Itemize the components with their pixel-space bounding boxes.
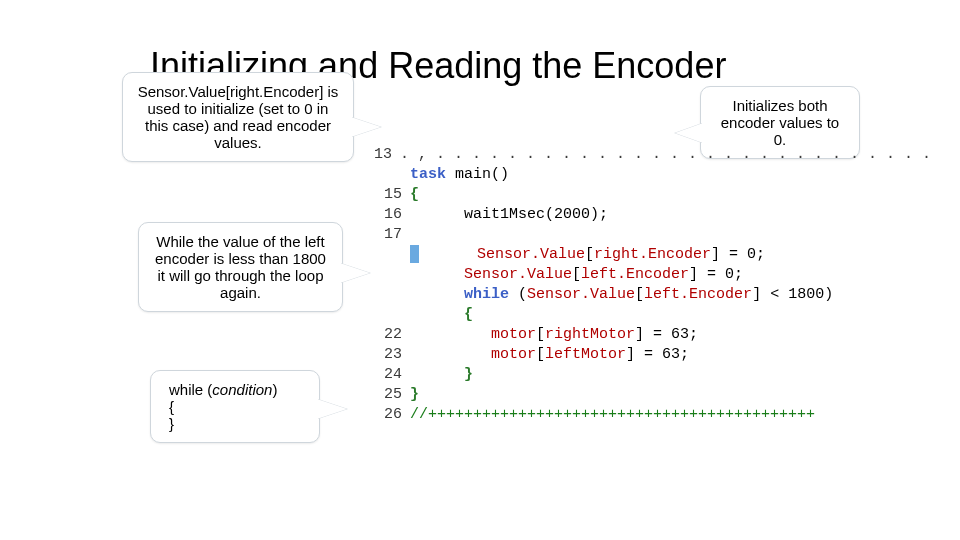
line-number: 25 [374, 385, 402, 405]
callout-text: While the value of the left encoder is l… [155, 233, 326, 301]
motor-name: rightMotor [545, 325, 635, 345]
line-number: 22 [374, 325, 402, 345]
indent [410, 365, 464, 385]
comment: //++++++++++++++++++++++++++++++++++++++… [410, 405, 815, 425]
code-line: 25} [374, 385, 904, 405]
sensor-value: Sensor.Value [464, 265, 572, 285]
line-number: 23 [374, 345, 402, 365]
line-number: 17 [374, 225, 402, 245]
while-close: ) [272, 381, 277, 398]
code-line: 23 motor[leftMotor] = 63; [374, 345, 904, 365]
keyword: while [464, 285, 509, 305]
code-line: Sensor.Value[right.Encoder] = 0; [374, 245, 904, 265]
rest: ] < 1800) [752, 285, 833, 305]
bracket: [ [635, 285, 644, 305]
indent [410, 305, 464, 325]
callout-tail-icon [317, 399, 347, 419]
line-number [374, 305, 402, 325]
while-open-brace: { [169, 398, 305, 415]
line-number [374, 285, 402, 305]
line-number: 13 [374, 145, 392, 165]
brace: } [410, 385, 419, 405]
brace: { [410, 185, 419, 205]
while-close-brace: } [169, 415, 305, 432]
bracket: [ [585, 245, 594, 265]
sensor-value: Sensor.Value [527, 285, 635, 305]
encoder-name: left.Encoder [644, 285, 752, 305]
while-condition: condition [212, 381, 272, 398]
callout-tail-icon [351, 117, 381, 137]
encoder-name: right.Encoder [594, 245, 711, 265]
code-line: 22 motor[rightMotor] = 63; [374, 325, 904, 345]
indent [410, 345, 491, 365]
line-number [374, 165, 402, 185]
while-keyword: while ( [169, 381, 212, 398]
brace: { [464, 305, 473, 325]
motor: motor [491, 325, 536, 345]
code-line: 13. , . . . . . . . . . . . . . . . . . … [374, 145, 904, 165]
rest: ] = 0; [711, 245, 765, 265]
line-number: 24 [374, 365, 402, 385]
brace: } [464, 365, 473, 385]
callout-text: Initializes both encoder values to 0. [721, 97, 839, 148]
while-syntax-line1: while (condition) [169, 381, 305, 398]
callout-tail-icon [675, 123, 703, 143]
bracket: [ [536, 325, 545, 345]
code-line: while (Sensor.Value[left.Encoder] < 1800… [374, 285, 904, 305]
code-line: task main() [374, 165, 904, 185]
fold-ellipsis: . , . . . . . . . . . . . . . . . . . . … [400, 145, 960, 165]
code-line: 17 [374, 225, 904, 245]
line-number: 16 [374, 205, 402, 225]
bracket: [ [572, 265, 581, 285]
callout-tail-icon [340, 263, 370, 283]
bracket: [ [536, 345, 545, 365]
keyword: task [410, 165, 446, 185]
line-number: 15 [374, 185, 402, 205]
indent [410, 285, 464, 305]
line-number: 26 [374, 405, 402, 425]
statement: wait1Msec(2000); [410, 205, 608, 225]
motor-name: leftMotor [545, 345, 626, 365]
motor: motor [491, 345, 536, 365]
code-editor: 13. , . . . . . . . . . . . . . . . . . … [374, 145, 904, 445]
paren: ( [509, 285, 527, 305]
code-line: Sensor.Value[left.Encoder] = 0; [374, 265, 904, 285]
callout-while-syntax: while (condition) { } [150, 370, 320, 443]
rest: ] = 63; [635, 325, 698, 345]
callout-sensor-explanation: Sensor.Value[right.Encoder] is used to i… [122, 72, 354, 162]
encoder-name: left.Encoder [581, 265, 689, 285]
indent [410, 325, 491, 345]
code-line: 15{ [374, 185, 904, 205]
rest: ] = 0; [689, 265, 743, 285]
line-number [374, 245, 402, 265]
indent [410, 265, 464, 285]
line-number [374, 265, 402, 285]
code-line: { [374, 305, 904, 325]
callout-text: Sensor.Value[right.Encoder] is used to i… [138, 83, 339, 151]
code-line: 16 wait1Msec(2000); [374, 205, 904, 225]
rest: ] = 63; [626, 345, 689, 365]
cursor-icon [410, 245, 419, 263]
indent [423, 245, 477, 265]
sensor-value: Sensor.Value [477, 245, 585, 265]
code-line: 26//++++++++++++++++++++++++++++++++++++… [374, 405, 904, 425]
callout-while-loop: While the value of the left encoder is l… [138, 222, 343, 312]
identifier: main() [446, 165, 509, 185]
code-line: 24 } [374, 365, 904, 385]
